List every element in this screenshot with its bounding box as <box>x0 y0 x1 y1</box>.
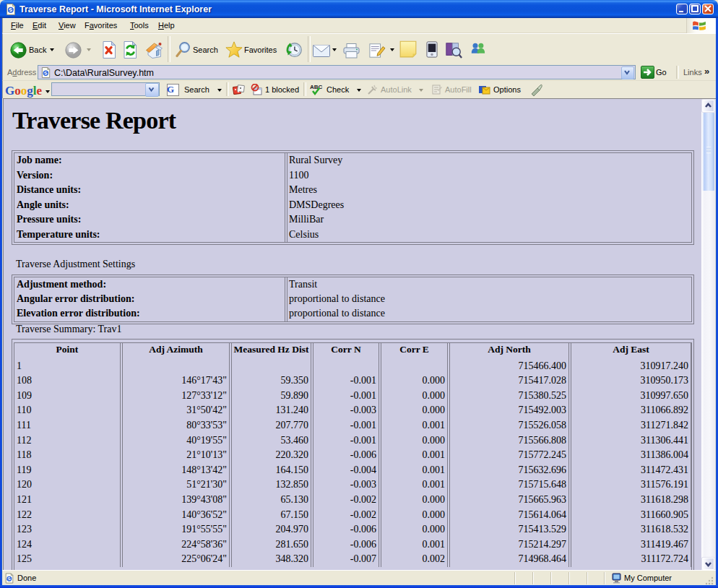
svg-text:ABC: ABC <box>310 84 323 90</box>
